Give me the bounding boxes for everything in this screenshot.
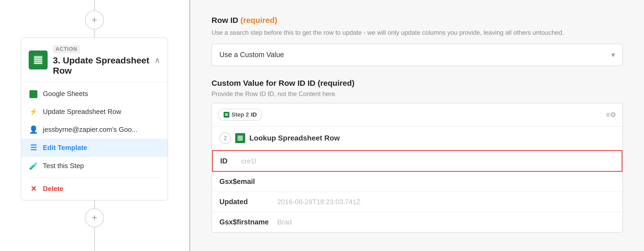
lines-icon: ☰ bbox=[29, 143, 38, 152]
add-top-button[interactable]: + bbox=[85, 11, 104, 29]
updated-row: Updated 2016-08-29T18:23:03.741Z bbox=[212, 192, 622, 212]
svg-rect-2 bbox=[34, 59, 42, 60]
gsx-firstname-key: Gsx$firstname bbox=[219, 218, 272, 226]
collapse-chevron[interactable]: ∧ bbox=[154, 56, 160, 65]
main-content: Row ID (required) Use a search step befo… bbox=[189, 0, 644, 251]
step-number-circle: 2 bbox=[219, 132, 231, 144]
svg-rect-11 bbox=[238, 140, 243, 140]
menu-item-update-spreadsheet-row[interactable]: ⚡ Update Spreadsheet Row bbox=[21, 103, 168, 121]
config-icon[interactable]: ≡⚙ bbox=[606, 111, 616, 119]
svg-rect-6 bbox=[225, 114, 228, 115]
id-field-value: cre1l bbox=[241, 157, 256, 165]
gsx-firstname-row: Gsx$firstname Brad bbox=[212, 212, 622, 232]
x-icon: ✕ bbox=[29, 184, 38, 193]
menu-item-edit-template[interactable]: ☰ Edit Template bbox=[21, 139, 168, 157]
step-title: 3. Update Spreadsheet Row bbox=[53, 55, 154, 76]
custom-value-label: Custom Value for Row ID ID (required) bbox=[212, 79, 623, 88]
step-app-icon bbox=[29, 51, 48, 69]
row-id-label: Row ID (required) bbox=[212, 16, 623, 25]
updated-value: 2016-08-29T18:23:03.741Z bbox=[277, 198, 361, 206]
custom-value-description: Provide the Row ID ID, not the Content h… bbox=[212, 90, 623, 98]
id-field-label: ID bbox=[220, 157, 236, 165]
gsx-email-row: Gsx$email bbox=[212, 172, 622, 192]
token-chip[interactable]: Step 2 ID bbox=[218, 109, 262, 121]
row-id-description: Use a search step before this to get the… bbox=[212, 28, 623, 37]
svg-rect-3 bbox=[34, 61, 42, 62]
sheets-icon bbox=[29, 89, 38, 98]
id-row: ID cre1l bbox=[212, 150, 622, 172]
flask-icon: 🧪 bbox=[29, 162, 38, 170]
step-card: ACTION 3. Update Spreadsheet Row ∧ Googl… bbox=[21, 37, 168, 200]
person-icon: 👤 bbox=[29, 125, 38, 134]
bolt-icon: ⚡ bbox=[29, 108, 38, 116]
svg-rect-9 bbox=[238, 137, 243, 138]
row-id-section: Row ID (required) Use a search step befo… bbox=[212, 16, 623, 66]
svg-rect-7 bbox=[225, 115, 228, 116]
token-chip-row: Step 2 ID ≡⚙ bbox=[212, 103, 622, 127]
updated-key: Updated bbox=[219, 198, 272, 206]
chip-step-label: Step 2 bbox=[232, 111, 249, 118]
menu-item-account[interactable]: 👤 jessbyrne@zapier.com's Goo... bbox=[21, 121, 168, 139]
menu-item-google-sheets[interactable]: Google Sheets bbox=[21, 85, 168, 103]
svg-rect-4 bbox=[34, 63, 42, 64]
step-menu: Google Sheets ⚡ Update Spreadsheet Row 👤… bbox=[21, 82, 168, 200]
step-badge: ACTION bbox=[53, 45, 80, 53]
custom-value-required: (required) bbox=[318, 79, 354, 87]
svg-rect-10 bbox=[238, 138, 243, 139]
token-input-area: Step 2 ID ≡⚙ 2 bbox=[212, 103, 623, 233]
step-title-area: ACTION 3. Update Spreadsheet Row bbox=[53, 44, 154, 76]
lookup-sheets-icon bbox=[235, 133, 245, 143]
svg-rect-5 bbox=[225, 113, 228, 114]
step-header: ACTION 3. Update Spreadsheet Row ∧ bbox=[21, 38, 168, 82]
gsx-firstname-value: Brad bbox=[277, 218, 292, 226]
lookup-title: Lookup Spreadsheet Row bbox=[249, 134, 340, 142]
svg-rect-8 bbox=[238, 136, 243, 137]
menu-item-delete[interactable]: ✕ Delete bbox=[21, 180, 168, 198]
row-id-required: (required) bbox=[240, 16, 277, 24]
svg-rect-1 bbox=[34, 57, 42, 58]
dropdown-chevron-icon: ▾ bbox=[611, 51, 615, 59]
custom-value-section: Custom Value for Row ID ID (required) Pr… bbox=[212, 79, 623, 233]
menu-item-test-step[interactable]: 🧪 Test this Step bbox=[21, 157, 168, 175]
sidebar: + ACTION 3. Update Spreadsheet Row ∧ bbox=[0, 0, 189, 251]
row-id-dropdown[interactable]: Use a Custom Value ▾ bbox=[212, 44, 623, 66]
chip-sheets-icon bbox=[224, 112, 229, 118]
chip-token-value: ID bbox=[251, 111, 257, 118]
add-bottom-button[interactable]: + bbox=[85, 208, 104, 227]
menu-divider bbox=[29, 177, 160, 178]
lookup-row: 2 Lookup Spreadsheet Row bbox=[212, 127, 622, 150]
gsx-email-key: Gsx$email bbox=[219, 178, 272, 186]
